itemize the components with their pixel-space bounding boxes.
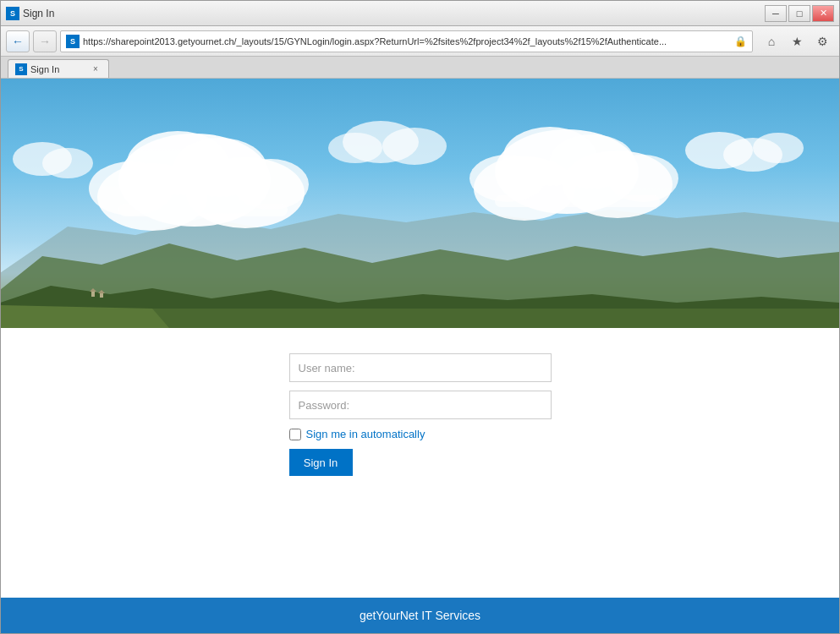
svg-point-26 — [42, 148, 93, 178]
title-bar: S Sign In ─ □ ✕ — [1, 1, 839, 26]
nav-actions: ⌂ ★ ⚙ — [760, 30, 834, 52]
window-title: Sign In — [23, 8, 54, 19]
settings-button[interactable]: ⚙ — [810, 30, 834, 52]
tab-favicon: S — [15, 63, 27, 75]
svg-rect-21 — [495, 195, 660, 207]
remember-me-label[interactable]: Sign me in automatically — [306, 428, 425, 440]
title-bar-left: S Sign In — [6, 7, 54, 20]
minimize-button[interactable]: ─ — [765, 5, 787, 22]
footer: getYourNet IT Services — [1, 598, 839, 633]
window-controls: ─ □ ✕ — [765, 5, 834, 22]
svg-marker-5 — [1, 305, 169, 328]
password-input[interactable] — [289, 391, 552, 419]
sign-in-button[interactable]: Sign In — [289, 449, 353, 476]
username-input[interactable] — [289, 353, 552, 382]
hero-image — [1, 79, 839, 328]
forward-button[interactable]: → — [33, 30, 57, 52]
svg-point-20 — [607, 155, 678, 202]
tab-close-button[interactable]: × — [90, 63, 102, 75]
favorites-button[interactable]: ★ — [785, 30, 809, 52]
svg-point-24 — [753, 133, 804, 163]
svg-point-28 — [382, 128, 447, 165]
back-button[interactable]: ← — [6, 30, 30, 52]
svg-point-12 — [233, 159, 309, 210]
svg-rect-13 — [118, 204, 288, 216]
nav-bar: ← → S https://sharepoint2013.getyournet.… — [1, 26, 839, 57]
tab-label: Sign In — [30, 64, 59, 74]
tab-sign-in[interactable]: S Sign In × — [8, 59, 109, 78]
login-form: Sign me in automatically Sign In — [289, 353, 552, 476]
svg-rect-32 — [100, 293, 103, 298]
address-text: https://sharepoint2013.getyournet.ch/_la… — [83, 36, 731, 46]
title-bar-icon: S — [6, 7, 19, 20]
clouds-svg — [1, 79, 839, 328]
close-button[interactable]: ✕ — [812, 5, 834, 22]
lock-icon: 🔒 — [734, 36, 747, 47]
home-button[interactable]: ⌂ — [760, 30, 783, 52]
address-bar[interactable]: S https://sharepoint2013.getyournet.ch/_… — [60, 30, 753, 52]
remember-me-row[interactable]: Sign me in automatically — [289, 428, 425, 440]
login-area: Sign me in automatically Sign In — [1, 328, 839, 598]
tab-bar: S Sign In × — [1, 57, 839, 79]
svg-point-29 — [328, 133, 382, 163]
svg-rect-30 — [91, 292, 95, 297]
footer-text: getYourNet IT Services — [360, 609, 480, 622]
browser-window: S Sign In ─ □ ✕ ← → S https://sharepoint… — [0, 0, 840, 634]
svg-point-19 — [469, 155, 546, 202]
maximize-button[interactable]: □ — [788, 5, 810, 22]
page-content: Sign me in automatically Sign In getYour… — [1, 79, 839, 633]
site-favicon: S — [66, 35, 80, 48]
remember-me-checkbox[interactable] — [289, 429, 301, 440]
